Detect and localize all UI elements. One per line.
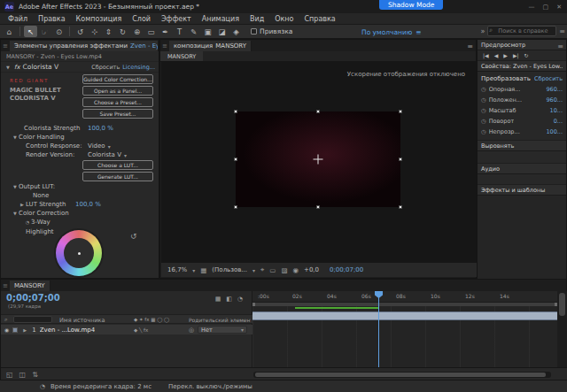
panel-menu-icon[interactable]: ≡ — [467, 42, 473, 50]
layer-row[interactable]: ◉ ▶ 1 Zven - ...Low.mp4 ◆ ╲ fx ◎ Нет ▾ — [1, 325, 252, 334]
selection-handle[interactable] — [234, 158, 237, 161]
twirl-open-icon[interactable]: ▼ — [4, 65, 12, 70]
stopwatch-icon[interactable]: ◷ — [481, 107, 486, 114]
output-lut-header[interactable]: ▼ Output LUT: — [1, 182, 159, 191]
snap-checkbox[interactable] — [251, 28, 257, 35]
effect-name[interactable]: Colorista V — [23, 63, 59, 71]
target-icon[interactable]: ⌖ — [260, 265, 264, 274]
param-value[interactable]: 100,0 % — [75, 201, 101, 208]
eraser-tool-icon[interactable]: ◪ — [215, 26, 229, 37]
comp-mini-flowchart-icon[interactable]: ▦ — [215, 296, 221, 303]
three-way-row[interactable]: ◔ 3-Way — [1, 218, 159, 227]
overflow-chevron-icon[interactable]: » — [480, 27, 485, 35]
pen-tool-icon[interactable]: ✒ — [159, 26, 172, 37]
menu-layer[interactable]: Слой — [127, 15, 156, 23]
next-frame-button[interactable]: ▶| — [513, 52, 519, 58]
layer-label-chip[interactable] — [12, 327, 18, 333]
eye-icon[interactable]: ◉ — [4, 327, 9, 333]
timeline-search-input[interactable] — [13, 316, 52, 323]
toggle-transfer-p ane-icon[interactable]: ◫ — [19, 371, 27, 379]
panel-grip-icon[interactable]: ≡ — [160, 42, 169, 50]
roto-brush-tool-icon[interactable]: ◈ — [229, 26, 243, 37]
draft-3d-icon[interactable]: ◧ — [226, 296, 232, 303]
selection-tool-icon[interactable]: ↖ — [24, 26, 37, 37]
twirl-open-icon[interactable]: ▼ — [12, 211, 19, 216]
scrollbar-thumb[interactable] — [255, 373, 546, 377]
prop-value[interactable]: 960... — [546, 86, 563, 93]
pickwhip-icon[interactable]: ◎ — [189, 327, 194, 334]
panel-grip-icon[interactable]: ≡ — [1, 282, 10, 289]
color-correction-header[interactable]: ▼ Color Correction — [1, 209, 159, 218]
exposure-value[interactable]: +0,0 — [304, 266, 319, 273]
menu-file[interactable]: Файл — [3, 15, 33, 23]
shadow-mode-badge[interactable]: Shadow Mode — [379, 0, 443, 10]
region-of-interest-icon[interactable]: ▭ — [269, 266, 276, 274]
twirl-closed-icon[interactable]: ▶ — [21, 327, 28, 333]
brush-tool-icon[interactable]: ✎ — [187, 26, 200, 37]
orbit-tool-icon[interactable]: ↺ — [74, 26, 87, 37]
pan-behind-tool-icon[interactable]: ⊕ — [130, 26, 144, 37]
selection-handle[interactable] — [399, 110, 402, 113]
twirl-open-icon[interactable]: ▼ — [12, 184, 19, 189]
generate-lut-button[interactable]: Generate LUT... — [82, 172, 153, 181]
prop-value[interactable]: 0... — [554, 118, 563, 125]
home-icon[interactable]: ⌂ — [3, 26, 16, 37]
time-ruler[interactable]: :00s 02s 04s 06s 08s 10s 12s 14s — [252, 291, 557, 303]
source-name-column-header[interactable]: Имя источника — [59, 317, 105, 324]
menu-animation[interactable]: Анимация — [197, 15, 245, 23]
close-icon[interactable]: ✕ — [556, 4, 562, 11]
prop-value[interactable]: 100... — [546, 128, 563, 135]
type-tool-icon[interactable]: T — [173, 26, 186, 37]
tab-effect-controls[interactable]: Элементы управления эффектами Zven - Ey — [10, 41, 159, 51]
guided-color-correction-button[interactable]: Guided Color Correction... — [82, 74, 153, 84]
transparency-grid-icon[interactable]: ▨ — [281, 266, 287, 274]
tab-align[interactable]: Выровнять — [478, 141, 566, 151]
menu-help[interactable]: Справка — [299, 15, 340, 23]
zoom-tool-icon[interactable]: ⊙ — [52, 26, 66, 37]
licensing-link[interactable]: Licensing... — [122, 64, 155, 71]
open-as-panel-button[interactable]: Open as a Panel... — [82, 86, 153, 96]
effect-reset-link[interactable]: Сбросить — [91, 64, 120, 71]
dolly-tool-icon[interactable]: ⇕ — [102, 26, 115, 37]
stopwatch-icon[interactable]: ◷ — [481, 96, 486, 104]
output-lut-dropdown[interactable]: None — [33, 192, 49, 199]
parent-column-header[interactable]: Родительский элемент и... — [189, 317, 251, 323]
selection-handle[interactable] — [234, 110, 237, 113]
save-preset-button[interactable]: Save Preset... — [82, 109, 153, 119]
maximize-icon[interactable]: ▢ — [543, 4, 549, 11]
timeline-vertical-scrollbar[interactable] — [557, 291, 567, 367]
fx-icon[interactable]: fx — [14, 64, 20, 71]
playhead-line[interactable] — [378, 291, 379, 367]
tab-properties[interactable]: Свойства: Zven - Eyes Low... — [478, 61, 566, 72]
layer-name[interactable]: Zven - ...Low.mp4 — [40, 327, 95, 334]
shape-tool-icon[interactable]: ▭ — [144, 26, 158, 37]
scrollbar-thumb[interactable] — [559, 293, 565, 316]
grid-guides-icon[interactable]: ▦ — [200, 266, 206, 274]
timeline-tracks[interactable]: :00s 02s 04s 06s 08s 10s 12s 14s — [252, 291, 557, 367]
stopwatch-icon[interactable]: ◷ — [481, 128, 486, 135]
tab-audio[interactable]: Аудио — [478, 164, 566, 174]
loop-button[interactable]: ↻ — [524, 52, 529, 58]
video-layer-preview[interactable] — [236, 111, 400, 207]
selection-handle[interactable] — [316, 110, 320, 113]
camera-icon[interactable]: ◉ — [292, 266, 299, 274]
rotation-tool-icon[interactable]: ↻ — [116, 26, 129, 37]
layer-switches[interactable]: ◆ ╲ fx — [134, 327, 148, 333]
timeline-horizontal-scrollbar[interactable] — [253, 372, 551, 378]
toggle-inout-pane-icon[interactable]: ⇅ — [32, 371, 38, 379]
selection-handle[interactable] — [234, 205, 237, 209]
hand-tool-icon[interactable]: ☞ — [38, 26, 51, 37]
composition-viewport[interactable]: Ускорение отображения отключено — [161, 62, 476, 264]
prev-frame-button[interactable]: ◀ — [494, 52, 499, 58]
menu-view[interactable]: Вид — [245, 15, 269, 23]
resolution-dropdown[interactable]: (Пользов... — [212, 266, 247, 273]
color-wheel-center-dot[interactable] — [78, 252, 81, 255]
selection-handle[interactable] — [316, 205, 320, 209]
minimize-icon[interactable]: — — [529, 4, 535, 11]
play-button[interactable]: ▶ — [503, 52, 508, 58]
comp-timecode[interactable]: 0;00;07;00 — [330, 266, 363, 273]
search-icon[interactable]: ⌕ — [4, 316, 8, 323]
panel-menu-icon[interactable]: ≡ — [559, 27, 565, 35]
selection-handle[interactable] — [399, 205, 402, 209]
prop-value[interactable]: 960... — [546, 96, 563, 104]
